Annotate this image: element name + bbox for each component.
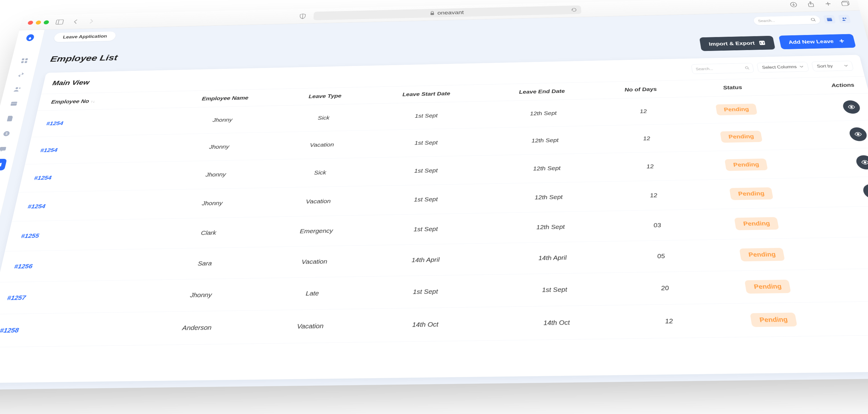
sidebar-item-messages[interactable]: [0, 143, 11, 155]
view-button[interactable]: [848, 127, 868, 141]
nav-back-icon[interactable]: [69, 18, 81, 26]
nav-forward-icon[interactable]: [86, 17, 97, 26]
sidebar-item-team[interactable]: [0, 174, 3, 187]
svg-point-40: [745, 67, 748, 69]
sort-icon: ↑↓: [90, 99, 95, 103]
col-actions: Actions: [781, 76, 868, 95]
employee-id-link[interactable]: #1254: [34, 174, 52, 181]
svg-rect-13: [21, 61, 24, 63]
select-columns-dropdown[interactable]: Select Columns: [756, 62, 809, 72]
svg-point-33: [811, 18, 815, 21]
leave-type: Vacation: [261, 309, 359, 344]
search-icon: [810, 18, 816, 22]
employee-name: Clark: [144, 217, 272, 249]
col-employee-name[interactable]: Employee Name: [166, 89, 283, 108]
people-icon: [841, 17, 848, 21]
svg-point-15: [16, 87, 18, 89]
leave-start: 1st Sept: [365, 128, 487, 158]
svg-rect-11: [22, 58, 25, 60]
leave-table: Employee No↑↓ Employee Name Leave Type L…: [0, 76, 868, 347]
leave-type: Vacation: [267, 245, 362, 278]
col-leave-type[interactable]: Leave Type: [282, 87, 368, 105]
col-status[interactable]: Status: [682, 78, 784, 97]
view-button[interactable]: [842, 100, 861, 114]
sidebar-item-dashboard[interactable]: [17, 56, 32, 66]
employee-id-link[interactable]: #1254: [40, 147, 58, 153]
tabs-overview-icon[interactable]: [839, 0, 851, 7]
svg-rect-10: [841, 2, 848, 5]
status-badge: Pending: [750, 313, 797, 327]
plus-icon: +: [837, 38, 846, 44]
app-root: $: [0, 10, 868, 390]
svg-point-42: [850, 106, 852, 107]
sidebar-item-documents[interactable]: [2, 113, 18, 124]
download-icon[interactable]: [787, 0, 800, 9]
document-icon: [7, 116, 13, 121]
notifications-button[interactable]: [838, 15, 851, 23]
col-end-date[interactable]: Leave End Date: [485, 82, 599, 101]
svg-rect-0: [56, 20, 64, 24]
leave-end: 14th Oct: [492, 305, 623, 341]
employee-id-link[interactable]: #1254: [27, 203, 46, 210]
add-new-leave-button[interactable]: Add New Leave +: [779, 34, 856, 49]
leave-days: 12: [605, 151, 696, 181]
employee-name: Jhonny: [162, 105, 282, 134]
svg-rect-35: [827, 18, 832, 22]
chevron-down-icon: [844, 65, 848, 67]
leave-days: 12: [599, 97, 688, 126]
svg-line-1: [58, 20, 59, 24]
leave-start: 1st Sept: [363, 184, 489, 215]
view-button[interactable]: [855, 155, 868, 169]
page-title: Employee List: [50, 53, 118, 64]
status-badge: Pending: [744, 280, 791, 293]
status-badge: Pending: [724, 158, 768, 171]
sidebar-item-users[interactable]: [9, 84, 25, 95]
chevron-down-icon: [799, 66, 804, 68]
employee-id-link[interactable]: #1254: [46, 120, 64, 126]
reload-icon[interactable]: [571, 7, 577, 12]
sidebar-toggle-icon[interactable]: [54, 18, 66, 26]
card-title: Main View: [52, 79, 90, 87]
col-employee-no[interactable]: Employee No↑↓: [37, 91, 169, 111]
import-export-button[interactable]: Import & Export: [699, 36, 775, 51]
employee-id-link[interactable]: #1256: [13, 263, 33, 269]
leave-start: 14th April: [361, 243, 491, 277]
global-search-input[interactable]: Search...: [753, 15, 821, 25]
sort-by-dropdown[interactable]: Sort by: [811, 61, 854, 71]
svg-line-2: [302, 13, 303, 19]
calendar-icon: [826, 17, 833, 22]
view-button[interactable]: [862, 184, 868, 199]
leave-days: 12: [619, 304, 719, 339]
calendar-button[interactable]: [823, 15, 836, 24]
table-search-input[interactable]: Search...: [691, 63, 754, 74]
leave-end: 12th Sept: [487, 153, 608, 184]
employee-id-link[interactable]: #1255: [21, 232, 40, 239]
close-window-button[interactable]: [28, 21, 34, 25]
employee-id-link[interactable]: #1258: [0, 327, 20, 334]
status-badge: Pending: [720, 130, 763, 142]
status-badge: Pending: [715, 103, 757, 116]
svg-rect-18: [11, 103, 17, 104]
employee-id-link[interactable]: #1257: [7, 294, 27, 301]
import-export-icon: [758, 40, 766, 45]
announcement-icon: [0, 162, 3, 167]
minimize-window-button[interactable]: [35, 20, 41, 24]
status-badge: Pending: [730, 187, 773, 200]
leave-type: Sick: [279, 104, 367, 132]
svg-rect-14: [24, 61, 27, 63]
col-start-date[interactable]: Leave Start Date: [367, 85, 486, 103]
maximize-window-button[interactable]: [43, 20, 50, 24]
leave-start: 1st Sept: [364, 155, 488, 186]
sidebar-item-finance[interactable]: $: [0, 128, 14, 139]
shield-icon[interactable]: [297, 12, 308, 21]
col-days[interactable]: No of Days: [598, 81, 684, 99]
leave-days: 05: [613, 240, 710, 273]
new-tab-icon[interactable]: [822, 0, 834, 8]
leave-days: 12: [602, 124, 692, 153]
sidebar-item-leave[interactable]: [0, 159, 7, 171]
app-logo[interactable]: [23, 33, 37, 42]
share-icon[interactable]: [804, 0, 817, 8]
sidebar-item-transfers[interactable]: [13, 69, 28, 80]
coin-icon: $: [2, 131, 10, 136]
sidebar-item-wallet[interactable]: [6, 98, 22, 109]
